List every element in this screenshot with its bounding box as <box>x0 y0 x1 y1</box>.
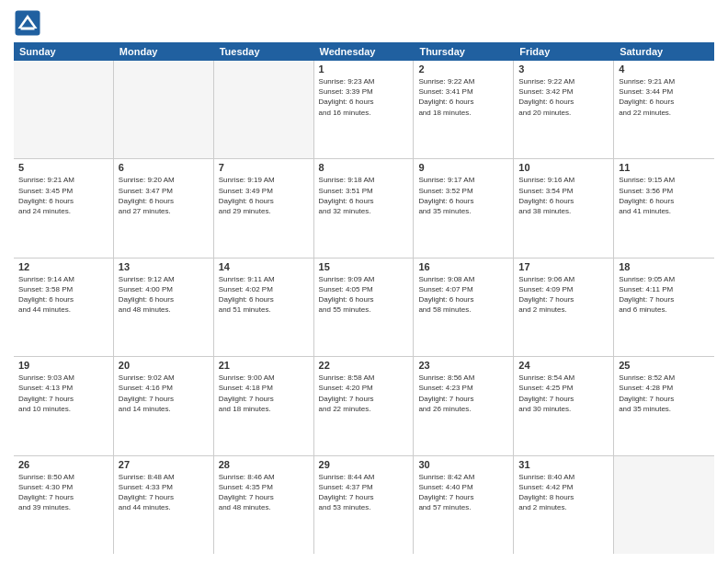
weekday-header-tuesday: Tuesday <box>214 42 314 61</box>
cell-info: Sunrise: 9:06 AM Sunset: 4:09 PM Dayligh… <box>518 274 609 316</box>
day-number: 24 <box>518 360 609 371</box>
cell-info: Sunrise: 9:19 AM Sunset: 3:49 PM Dayligh… <box>219 175 309 216</box>
cell-info: Sunrise: 9:08 AM Sunset: 4:07 PM Dayligh… <box>418 274 508 316</box>
cell-info: Sunrise: 8:42 AM Sunset: 4:40 PM Dayligh… <box>418 472 508 513</box>
day-number: 11 <box>619 162 710 173</box>
cell-info: Sunrise: 8:48 AM Sunset: 4:33 PM Dayligh… <box>119 472 209 513</box>
calendar-week-3: 12Sunrise: 9:14 AM Sunset: 3:58 PM Dayli… <box>14 259 714 357</box>
weekday-header-monday: Monday <box>114 42 214 61</box>
cell-info: Sunrise: 9:18 AM Sunset: 3:51 PM Dayligh… <box>319 175 409 216</box>
calendar-cell: 22Sunrise: 8:58 AM Sunset: 4:20 PM Dayli… <box>314 357 415 454</box>
calendar-cell: 6Sunrise: 9:20 AM Sunset: 3:47 PM Daylig… <box>114 159 214 257</box>
cell-info: Sunrise: 8:52 AM Sunset: 4:28 PM Dayligh… <box>619 373 710 414</box>
cell-info: Sunrise: 9:03 AM Sunset: 4:13 PM Dayligh… <box>18 373 108 414</box>
day-number: 10 <box>518 162 609 173</box>
calendar-cell: 31Sunrise: 8:40 AM Sunset: 4:42 PM Dayli… <box>514 456 614 554</box>
calendar-cell: 30Sunrise: 8:42 AM Sunset: 4:40 PM Dayli… <box>414 456 514 554</box>
calendar-cell: 7Sunrise: 9:19 AM Sunset: 3:49 PM Daylig… <box>214 159 314 257</box>
weekday-header-wednesday: Wednesday <box>314 42 415 61</box>
calendar-cell: 16Sunrise: 9:08 AM Sunset: 4:07 PM Dayli… <box>414 259 514 356</box>
day-number: 21 <box>219 360 309 371</box>
day-number: 5 <box>18 162 108 173</box>
calendar-cell: 25Sunrise: 8:52 AM Sunset: 4:28 PM Dayli… <box>614 357 714 454</box>
calendar-cell <box>214 61 314 158</box>
cell-info: Sunrise: 8:50 AM Sunset: 4:30 PM Dayligh… <box>18 472 108 513</box>
calendar-cell: 19Sunrise: 9:03 AM Sunset: 4:13 PM Dayli… <box>14 357 114 454</box>
calendar-cell: 15Sunrise: 9:09 AM Sunset: 4:05 PM Dayli… <box>314 259 415 356</box>
cell-info: Sunrise: 8:40 AM Sunset: 4:42 PM Dayligh… <box>518 472 609 513</box>
cell-info: Sunrise: 8:44 AM Sunset: 4:37 PM Dayligh… <box>319 472 409 513</box>
calendar-cell: 14Sunrise: 9:11 AM Sunset: 4:02 PM Dayli… <box>214 259 314 356</box>
day-number: 26 <box>18 459 108 470</box>
day-number: 14 <box>219 261 309 272</box>
calendar-cell: 4Sunrise: 9:21 AM Sunset: 3:44 PM Daylig… <box>614 61 714 158</box>
day-number: 25 <box>619 360 710 371</box>
day-number: 27 <box>119 459 209 470</box>
day-number: 6 <box>119 162 209 173</box>
cell-info: Sunrise: 9:09 AM Sunset: 4:05 PM Dayligh… <box>319 274 409 316</box>
day-number: 16 <box>418 261 508 272</box>
logo <box>14 9 45 37</box>
calendar-week-2: 5Sunrise: 9:21 AM Sunset: 3:45 PM Daylig… <box>14 159 714 258</box>
calendar-cell: 28Sunrise: 8:46 AM Sunset: 4:35 PM Dayli… <box>214 456 314 554</box>
calendar: SundayMondayTuesdayWednesdayThursdayFrid… <box>14 42 714 554</box>
cell-info: Sunrise: 9:23 AM Sunset: 3:39 PM Dayligh… <box>319 76 409 118</box>
cell-info: Sunrise: 9:22 AM Sunset: 3:41 PM Dayligh… <box>418 76 508 118</box>
day-number: 31 <box>518 459 609 470</box>
calendar-cell: 9Sunrise: 9:17 AM Sunset: 3:52 PM Daylig… <box>414 159 514 257</box>
calendar-cell: 10Sunrise: 9:16 AM Sunset: 3:54 PM Dayli… <box>514 159 614 257</box>
calendar-cell <box>114 61 214 158</box>
cell-info: Sunrise: 9:22 AM Sunset: 3:42 PM Dayligh… <box>518 76 609 118</box>
day-number: 12 <box>18 261 108 272</box>
calendar-cell: 24Sunrise: 8:54 AM Sunset: 4:25 PM Dayli… <box>514 357 614 454</box>
calendar-cell: 5Sunrise: 9:21 AM Sunset: 3:45 PM Daylig… <box>14 159 114 257</box>
calendar-body: 1Sunrise: 9:23 AM Sunset: 3:39 PM Daylig… <box>14 61 714 554</box>
day-number: 23 <box>418 360 508 371</box>
calendar-week-1: 1Sunrise: 9:23 AM Sunset: 3:39 PM Daylig… <box>14 61 714 159</box>
calendar-cell: 26Sunrise: 8:50 AM Sunset: 4:30 PM Dayli… <box>14 456 114 554</box>
weekday-header-saturday: Saturday <box>614 42 714 61</box>
cell-info: Sunrise: 9:12 AM Sunset: 4:00 PM Dayligh… <box>119 274 209 316</box>
page-header <box>14 9 714 37</box>
day-number: 18 <box>619 261 710 272</box>
calendar-cell <box>14 61 114 158</box>
logo-icon <box>14 9 41 37</box>
cell-info: Sunrise: 9:17 AM Sunset: 3:52 PM Dayligh… <box>418 175 508 216</box>
calendar-cell: 17Sunrise: 9:06 AM Sunset: 4:09 PM Dayli… <box>514 259 614 356</box>
calendar-cell: 8Sunrise: 9:18 AM Sunset: 3:51 PM Daylig… <box>314 159 415 257</box>
cell-info: Sunrise: 9:16 AM Sunset: 3:54 PM Dayligh… <box>518 175 609 216</box>
calendar-cell: 18Sunrise: 9:05 AM Sunset: 4:11 PM Dayli… <box>614 259 714 356</box>
calendar-cell <box>614 456 714 554</box>
calendar-cell: 21Sunrise: 9:00 AM Sunset: 4:18 PM Dayli… <box>214 357 314 454</box>
calendar-cell: 20Sunrise: 9:02 AM Sunset: 4:16 PM Dayli… <box>114 357 214 454</box>
day-number: 29 <box>319 459 409 470</box>
day-number: 1 <box>319 63 409 75</box>
day-number: 28 <box>219 459 309 470</box>
day-number: 8 <box>319 162 409 173</box>
calendar-cell: 29Sunrise: 8:44 AM Sunset: 4:37 PM Dayli… <box>314 456 415 554</box>
cell-info: Sunrise: 8:54 AM Sunset: 4:25 PM Dayligh… <box>518 373 609 414</box>
calendar-week-5: 26Sunrise: 8:50 AM Sunset: 4:30 PM Dayli… <box>14 456 714 554</box>
day-number: 20 <box>119 360 209 371</box>
cell-info: Sunrise: 8:58 AM Sunset: 4:20 PM Dayligh… <box>319 373 409 414</box>
day-number: 17 <box>518 261 609 272</box>
day-number: 22 <box>319 360 409 371</box>
cell-info: Sunrise: 9:11 AM Sunset: 4:02 PM Dayligh… <box>219 274 309 316</box>
calendar-cell: 23Sunrise: 8:56 AM Sunset: 4:23 PM Dayli… <box>414 357 514 454</box>
cell-info: Sunrise: 9:21 AM Sunset: 3:44 PM Dayligh… <box>619 76 710 118</box>
calendar-cell: 3Sunrise: 9:22 AM Sunset: 3:42 PM Daylig… <box>514 61 614 158</box>
cell-info: Sunrise: 8:46 AM Sunset: 4:35 PM Dayligh… <box>219 472 309 513</box>
day-number: 19 <box>18 360 108 371</box>
svg-rect-3 <box>21 28 35 30</box>
day-number: 9 <box>418 162 508 173</box>
calendar-cell: 13Sunrise: 9:12 AM Sunset: 4:00 PM Dayli… <box>114 259 214 356</box>
calendar-cell: 11Sunrise: 9:15 AM Sunset: 3:56 PM Dayli… <box>614 159 714 257</box>
cell-info: Sunrise: 9:05 AM Sunset: 4:11 PM Dayligh… <box>619 274 710 316</box>
cell-info: Sunrise: 9:20 AM Sunset: 3:47 PM Dayligh… <box>119 175 209 216</box>
cell-info: Sunrise: 9:14 AM Sunset: 3:58 PM Dayligh… <box>18 274 108 316</box>
day-number: 4 <box>619 63 710 75</box>
day-number: 15 <box>319 261 409 272</box>
day-number: 30 <box>418 459 508 470</box>
calendar-cell: 27Sunrise: 8:48 AM Sunset: 4:33 PM Dayli… <box>114 456 214 554</box>
cell-info: Sunrise: 8:56 AM Sunset: 4:23 PM Dayligh… <box>418 373 508 414</box>
